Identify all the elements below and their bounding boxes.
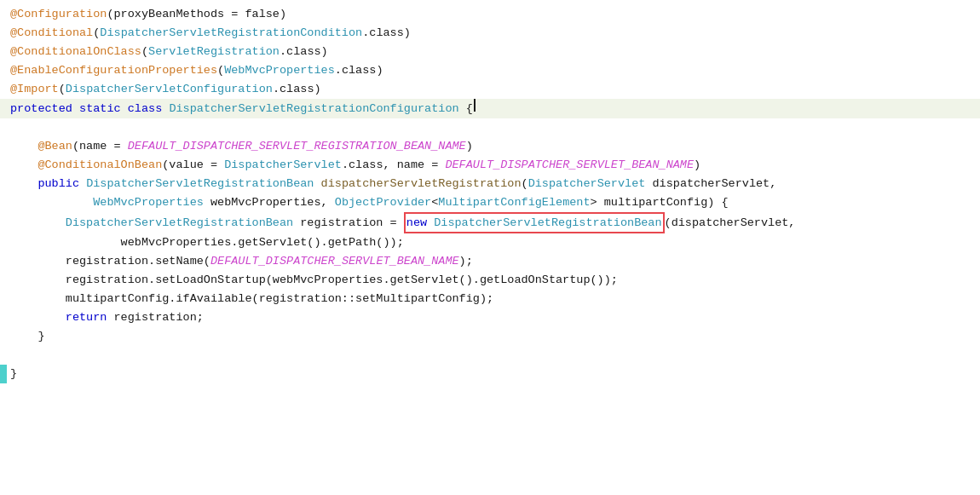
code-plain: ) bbox=[466, 137, 473, 156]
annotation-conditionalonclass: @ConditionalOnClass bbox=[10, 43, 141, 61]
code-line-3: @ConditionalOnClass(ServletRegistration.… bbox=[0, 43, 980, 61]
code-plain: .class, name = bbox=[342, 156, 446, 175]
code-plain: .class) bbox=[280, 43, 328, 61]
code-plain bbox=[314, 175, 320, 193]
code-indent bbox=[10, 290, 66, 308]
class-ref: DispatcherServletConfiguration bbox=[66, 80, 273, 99]
code-plain: .class) bbox=[362, 24, 411, 43]
keyword-return: return bbox=[66, 308, 107, 327]
code-line-19 bbox=[0, 346, 980, 365]
keyword-static: static bbox=[79, 100, 121, 118]
annotation-conditional: @Conditional bbox=[10, 24, 93, 43]
code-line-6: protected static class DispatcherServlet… bbox=[0, 99, 980, 118]
constant-default-servlet-name: DEFAULT_DISPATCHER_SERVLET_BEAN_NAME bbox=[445, 156, 694, 175]
code-line-14: registration.setName(DEFAULT_DISPATCHER_… bbox=[0, 252, 980, 271]
code-plain: (value = bbox=[162, 156, 224, 175]
class-ref: WebMvcProperties bbox=[224, 61, 335, 80]
annotation-enableconfigurationproperties: @EnableConfigurationProperties bbox=[10, 61, 217, 80]
class-ref: DispatcherServlet bbox=[224, 156, 342, 175]
code-line-5: @Import(DispatcherServletConfiguration.c… bbox=[0, 80, 980, 99]
code-plain: (proxyBeanMethods = false) bbox=[107, 5, 286, 24]
code-plain: .class) bbox=[273, 80, 321, 99]
code-line-13: webMvcProperties.getServlet().getPath())… bbox=[0, 233, 980, 252]
method-name: dispatcherServletRegistration bbox=[321, 175, 522, 193]
code-indent bbox=[10, 214, 66, 233]
code-plain: ); bbox=[459, 252, 473, 271]
annotation-bean: @Bean bbox=[37, 137, 72, 156]
cyan-bar bbox=[0, 365, 7, 383]
code-plain: { bbox=[459, 100, 473, 118]
code-indent bbox=[10, 193, 93, 212]
code-plain: webMvcProperties.getServlet().getPath())… bbox=[10, 233, 404, 252]
code-indent bbox=[10, 252, 66, 271]
code-plain: (name = bbox=[72, 137, 128, 156]
code-indent bbox=[10, 156, 37, 175]
class-ref: DispatcherServletRegistrationBean bbox=[86, 175, 314, 193]
class-ref: ObjectProvider bbox=[335, 193, 431, 212]
code-indent bbox=[10, 175, 37, 193]
code-plain: (dispatcherServlet, bbox=[665, 214, 796, 233]
code-line-8: @Bean(name = DEFAULT_DISPATCHER_SERVLET_… bbox=[0, 137, 980, 156]
code-plain: ( bbox=[93, 24, 100, 43]
code-plain bbox=[121, 100, 128, 118]
code-line-11: WebMvcProperties webMvcProperties, Objec… bbox=[0, 193, 980, 212]
code-plain: ( bbox=[59, 80, 66, 99]
code-plain: ( bbox=[522, 175, 528, 193]
code-plain: registration = bbox=[293, 214, 404, 233]
code-editor: @Configuration(proxyBeanMethods = false)… bbox=[0, 0, 980, 495]
class-ref: MultipartConfigElement bbox=[438, 193, 590, 212]
code-plain: dispatcherServlet, bbox=[645, 175, 776, 193]
code-line-10: public DispatcherServletRegistrationBean… bbox=[0, 175, 980, 193]
class-ref: DispatcherServletRegistrationCondition bbox=[100, 24, 362, 43]
code-plain: ( bbox=[141, 43, 148, 61]
keyword-public: public bbox=[37, 175, 79, 193]
class-ref-highlighted: DispatcherServletRegistrationBean bbox=[434, 216, 661, 229]
code-plain bbox=[427, 216, 434, 229]
code-line-7 bbox=[0, 118, 980, 137]
code-line-17: return registration; bbox=[0, 308, 980, 327]
code-line-18: } bbox=[0, 327, 980, 346]
text-cursor bbox=[474, 99, 476, 112]
class-name: DispatcherServletRegistrationConfigurati… bbox=[169, 100, 458, 118]
class-ref: DispatcherServletRegistrationBean bbox=[66, 214, 293, 233]
code-plain: registration; bbox=[107, 308, 203, 327]
code-line-20: } bbox=[0, 365, 980, 383]
code-line-16: multipartConfig.ifAvailable(registration… bbox=[0, 290, 980, 308]
code-indent bbox=[10, 271, 66, 290]
code-plain: .class) bbox=[335, 61, 383, 80]
code-plain: registration.setName( bbox=[66, 252, 210, 271]
code-line-1: @Configuration(proxyBeanMethods = false) bbox=[0, 5, 980, 24]
highlighted-new-keyword: new DispatcherServletRegistrationBean bbox=[404, 212, 665, 234]
class-ref: DispatcherServlet bbox=[528, 175, 646, 193]
class-ref: WebMvcProperties bbox=[93, 193, 204, 212]
keyword-protected: protected bbox=[10, 100, 72, 118]
code-line-2: @Conditional(DispatcherServletRegistrati… bbox=[0, 24, 980, 43]
code-plain: > multipartConfig) { bbox=[591, 193, 729, 212]
class-ref: ServletRegistration bbox=[148, 43, 280, 61]
code-plain: ( bbox=[217, 61, 224, 80]
code-plain: webMvcProperties, bbox=[204, 193, 335, 212]
code-plain: registration.setLoadOnStartup(webMvcProp… bbox=[66, 271, 618, 290]
code-plain bbox=[72, 100, 79, 118]
closing-brace: } bbox=[7, 365, 17, 383]
code-line-9: @ConditionalOnBean(value = DispatcherSer… bbox=[0, 156, 980, 175]
code-plain bbox=[162, 100, 169, 118]
annotation-configuration: @Configuration bbox=[10, 5, 107, 24]
annotation-conditionalonbean: @ConditionalOnBean bbox=[37, 156, 162, 175]
keyword-class: class bbox=[128, 100, 163, 118]
code-plain: multipartConfig.ifAvailable(registration… bbox=[66, 290, 493, 308]
code-plain: } bbox=[10, 327, 45, 346]
constant-default-bean-name-2: DEFAULT_DISPATCHER_SERVLET_BEAN_NAME bbox=[210, 252, 459, 271]
annotation-import: @Import bbox=[10, 80, 59, 99]
code-line-15: registration.setLoadOnStartup(webMvcProp… bbox=[0, 271, 980, 290]
constant-default-bean-name: DEFAULT_DISPATCHER_SERVLET_REGISTRATION_… bbox=[128, 137, 466, 156]
code-plain bbox=[79, 175, 86, 193]
code-plain: ) bbox=[694, 156, 700, 175]
code-plain: < bbox=[431, 193, 438, 212]
code-indent bbox=[10, 137, 37, 156]
code-line-4: @EnableConfigurationProperties(WebMvcPro… bbox=[0, 61, 980, 80]
keyword-new: new bbox=[406, 216, 427, 229]
code-indent bbox=[10, 308, 66, 327]
code-line-12: DispatcherServletRegistrationBean regist… bbox=[0, 212, 980, 234]
